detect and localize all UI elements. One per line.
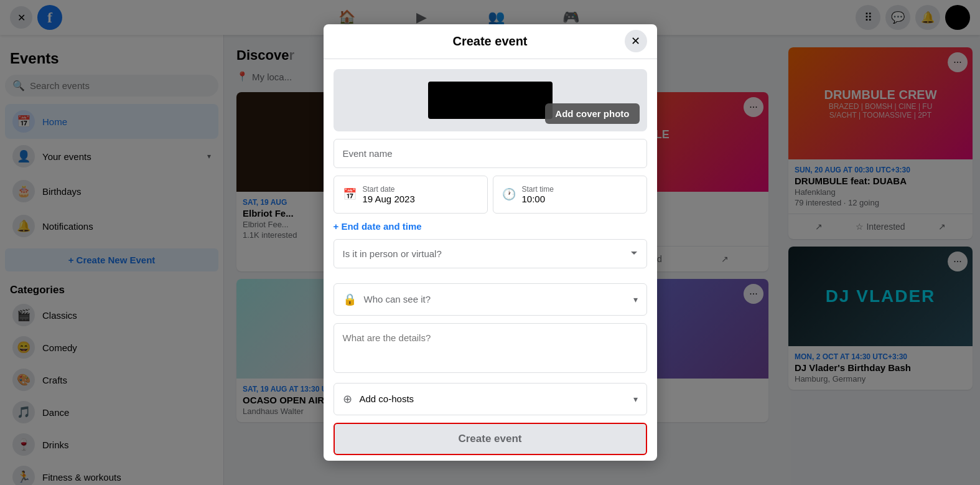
start-time-label: Start time [522, 185, 554, 194]
modal-title: Create event [452, 34, 527, 49]
modal-close-button[interactable]: ✕ [625, 30, 647, 52]
cover-photo-black [428, 82, 553, 119]
privacy-label: Who can see it? [364, 294, 626, 304]
details-textarea[interactable] [334, 323, 647, 373]
modal-overlay[interactable]: Create event ✕ Add cover photo 📅 [0, 0, 980, 485]
privacy-field[interactable]: 🔒 Who can see it? ▾ [334, 283, 647, 316]
create-event-submit-button[interactable]: Create event [334, 423, 647, 455]
modal-close-icon: ✕ [631, 34, 640, 48]
in-person-select[interactable]: Is it in person or virtual? In person Vi… [334, 239, 647, 268]
start-date-value: 19 Aug 2023 [363, 194, 415, 204]
cover-photo-area: Add cover photo [334, 69, 647, 131]
date-time-row: 📅 Start date 19 Aug 2023 🕐 Start time 10… [334, 176, 647, 214]
event-name-input[interactable] [334, 139, 647, 168]
cohosts-label: Add co-hosts [360, 393, 626, 404]
modal-body: Add cover photo 📅 Start date 19 Aug 2023… [324, 59, 657, 461]
in-person-group: Is it in person or virtual? In person Vi… [334, 239, 647, 276]
add-cohosts-icon: ⊕ [343, 392, 352, 406]
create-event-submit-label: Create event [458, 433, 521, 445]
start-time-field[interactable]: 🕐 Start time 10:00 [493, 176, 647, 214]
cohosts-chevron-icon: ▾ [633, 394, 638, 404]
add-cover-label: Add cover photo [555, 108, 629, 119]
event-name-group [334, 139, 647, 168]
modal-header: Create event ✕ [324, 24, 657, 59]
start-date-field[interactable]: 📅 Start date 19 Aug 2023 [334, 176, 488, 214]
add-end-date-label: + End date and time [334, 221, 422, 232]
start-time-value: 10:00 [522, 194, 554, 204]
cohosts-row[interactable]: ⊕ Add co-hosts ▾ [334, 383, 647, 415]
start-date-label: Start date [363, 185, 415, 194]
start-time-content: Start time 10:00 [522, 185, 554, 204]
calendar-icon: 📅 [343, 187, 357, 201]
start-date-content: Start date 19 Aug 2023 [363, 185, 415, 204]
lock-icon: 🔒 [343, 293, 357, 306]
add-cover-photo-button[interactable]: Add cover photo [545, 103, 639, 124]
create-event-modal: Create event ✕ Add cover photo 📅 [324, 24, 657, 461]
add-end-date-button[interactable]: + End date and time [334, 219, 422, 234]
privacy-chevron-icon: ▾ [633, 294, 638, 304]
clock-icon: 🕐 [502, 187, 516, 201]
